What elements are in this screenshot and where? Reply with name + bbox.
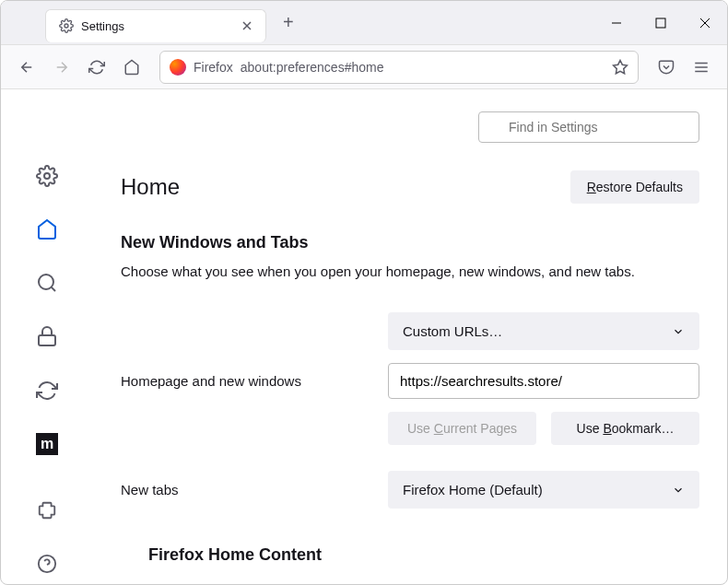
minimize-button[interactable] (594, 1, 639, 45)
chevron-down-icon (672, 325, 685, 338)
reload-button[interactable] (82, 53, 112, 82)
svg-point-7 (39, 275, 53, 289)
sidebar-item-extensions[interactable] (25, 490, 69, 531)
use-current-pages-button[interactable]: Use Current Pages (388, 412, 536, 445)
homepage-mode-select[interactable]: Custom URLs… (388, 312, 699, 350)
pocket-button[interactable] (652, 53, 681, 82)
url-prefix: Firefox (194, 60, 233, 75)
url-bar[interactable]: Firefox about:preferences#home (159, 51, 639, 84)
url-text: about:preferences#home (241, 60, 384, 75)
home-button[interactable] (117, 53, 147, 82)
search-input[interactable] (478, 111, 699, 143)
sidebar-item-search[interactable] (25, 263, 69, 303)
sidebar-item-sync[interactable] (25, 370, 69, 411)
newtabs-label: New tabs (121, 482, 388, 497)
svg-marker-2 (614, 60, 628, 73)
homepage-url-input[interactable] (388, 363, 699, 399)
svg-line-8 (52, 287, 55, 291)
sidebar-item-general[interactable] (25, 156, 69, 196)
sidebar-item-privacy[interactable] (25, 316, 69, 357)
section2-title: Firefox Home Content (148, 545, 699, 565)
toolbar: Firefox about:preferences#home (1, 45, 727, 89)
forward-button[interactable] (47, 53, 76, 82)
newtabs-select[interactable]: Firefox Home (Default) (388, 471, 699, 509)
main-panel: Home RRestore Defaultsestore Defaults Ne… (93, 89, 727, 584)
m-icon: m (36, 433, 58, 455)
menu-button[interactable] (687, 53, 716, 82)
tab-settings[interactable]: Settings (45, 9, 266, 42)
sidebar: m (1, 89, 93, 584)
use-bookmark-button[interactable]: Use Bookmark… (551, 412, 699, 445)
svg-point-0 (65, 24, 68, 28)
sidebar-item-help[interactable] (25, 544, 69, 584)
svg-rect-1 (656, 18, 665, 28)
gear-icon (59, 18, 74, 33)
page-title: Home (121, 174, 180, 200)
svg-point-6 (44, 173, 50, 179)
sidebar-item-more[interactable]: m (25, 424, 69, 464)
back-button[interactable] (12, 53, 41, 82)
tab-title: Settings (81, 19, 234, 33)
chevron-down-icon (672, 484, 685, 497)
homepage-label: Homepage and new windows (121, 373, 388, 389)
firefox-icon (170, 59, 186, 76)
section-desc: Choose what you see when you open your h… (121, 263, 699, 279)
bookmark-icon[interactable] (612, 59, 628, 76)
content: m Home RRestore Defaultsestore Defaults … (1, 89, 727, 584)
titlebar: Settings + (1, 1, 727, 45)
svg-rect-9 (39, 335, 55, 345)
sidebar-item-home[interactable] (25, 209, 69, 250)
maximize-button[interactable] (639, 1, 683, 45)
close-window-button[interactable] (683, 1, 727, 45)
section-title: New Windows and Tabs (121, 233, 699, 252)
new-tab-button[interactable]: + (276, 8, 301, 37)
close-icon[interactable] (241, 20, 252, 31)
restore-defaults-button[interactable]: RRestore Defaultsestore Defaults (570, 170, 699, 204)
